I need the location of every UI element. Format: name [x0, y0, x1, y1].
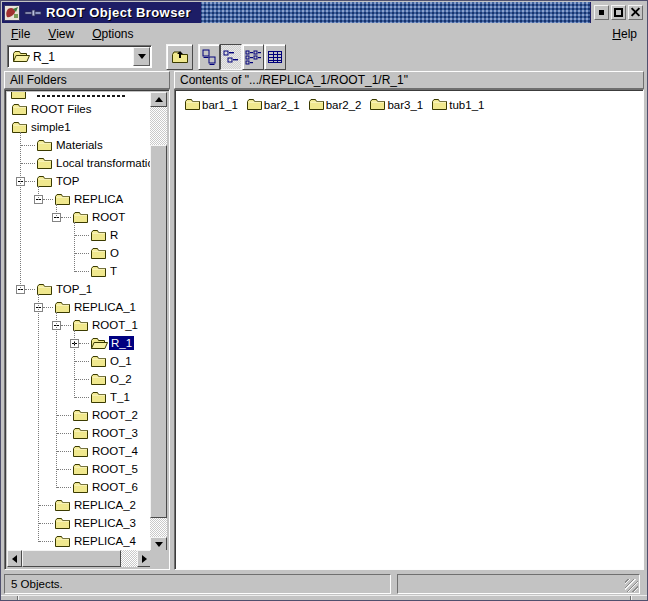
small-icons-button[interactable] — [220, 44, 242, 70]
tree-item-label: TOP_1 — [54, 282, 94, 296]
tree-item-root-6[interactable]: ROOT_6 — [7, 478, 152, 496]
tree-item-label: REPLICA — [72, 192, 125, 206]
large-icons-icon — [201, 49, 217, 65]
all-folders-header: All Folders — [4, 71, 170, 89]
scroll-left-button[interactable] — [7, 550, 22, 567]
tree-item-label: ROOT — [90, 210, 127, 224]
contents-list[interactable]: bar1_1bar2_1bar2_2bar3_1tub1_1 — [177, 92, 641, 567]
up-one-level-icon — [170, 49, 190, 65]
tree-item-root-files[interactable]: ROOT Files — [7, 100, 152, 118]
tree-item-o-2[interactable]: O_2 — [7, 370, 152, 388]
contents-item-label: bar1_1 — [202, 99, 238, 111]
tree-item-t-1[interactable]: T_1 — [7, 388, 152, 406]
combobox-dropdown-button[interactable] — [133, 47, 150, 66]
titlebar-left: ROOT Object Browser — [2, 2, 201, 23]
menubar: File View Options Help — [2, 24, 646, 44]
tree-item-materials[interactable]: Materials — [7, 136, 152, 154]
vscroll-track[interactable] — [150, 107, 167, 537]
folder-icon — [90, 247, 107, 260]
tree-item-label: ROOT Files — [29, 102, 94, 116]
contents-item-label: bar2_2 — [326, 99, 362, 111]
contents-item-bar1_1[interactable]: bar1_1 — [183, 97, 238, 112]
arrow-right-icon — [142, 555, 147, 563]
folder-icon — [369, 98, 386, 111]
tree-item-label: O — [108, 246, 121, 260]
menu-help[interactable]: Help — [612, 27, 637, 41]
arrow-up-icon — [155, 97, 163, 102]
chevron-down-icon — [138, 54, 146, 59]
pin-icon[interactable] — [24, 8, 42, 18]
tree-item-root[interactable]: ROOT — [7, 208, 152, 226]
menu-options[interactable]: Options — [92, 27, 133, 41]
folder-tree[interactable]: ROOT Filessimple1MaterialsLocal transfor… — [7, 92, 152, 552]
tree-item-label: simple1 — [29, 120, 73, 134]
hscroll-thumb[interactable] — [22, 550, 121, 567]
minimize-icon — [599, 10, 604, 15]
tree-item-root-3[interactable]: ROOT_3 — [7, 424, 152, 442]
maximize-button[interactable] — [611, 5, 626, 20]
folder-icon — [72, 445, 89, 458]
clipped-tree-item — [7, 92, 152, 100]
close-button[interactable] — [628, 5, 643, 20]
tree-item-replica-2[interactable]: REPLICA_2 — [7, 496, 152, 514]
hscroll-track[interactable] — [22, 550, 137, 567]
tree-item-label: O_2 — [108, 372, 134, 386]
contents-header: Contents of ".../REPLICA_1/ROOT_1/R_1" — [174, 71, 644, 89]
tree-item-label: ROOT_6 — [90, 480, 140, 494]
contents-item-bar2_1[interactable]: bar2_1 — [245, 97, 300, 112]
list-view-icon — [245, 49, 261, 65]
tree-item-top[interactable]: TOP — [7, 172, 152, 190]
up-one-level-button[interactable] — [166, 44, 193, 70]
tree-item-r[interactable]: R — [7, 226, 152, 244]
contents-item-tub1_1[interactable]: tub1_1 — [430, 97, 484, 112]
titlebar[interactable]: ROOT Object Browser — [2, 2, 646, 23]
details-view-button[interactable] — [264, 44, 286, 70]
menu-view[interactable]: View — [48, 27, 74, 41]
folder-icon — [308, 98, 325, 111]
contents-item-label: tub1_1 — [449, 99, 484, 111]
tree-item-o-1[interactable]: O_1 — [7, 352, 152, 370]
tree-item-root-4[interactable]: ROOT_4 — [7, 442, 152, 460]
window-bottom-frame[interactable] — [1, 595, 647, 600]
tree-item-label: R — [108, 228, 120, 242]
folder-icon — [72, 427, 89, 440]
tree-item-t[interactable]: T — [7, 262, 152, 280]
tree-vertical-scrollbar[interactable] — [150, 92, 167, 552]
open-folder-icon — [12, 50, 30, 63]
folder-icon — [36, 139, 53, 152]
vscroll-thumb[interactable] — [150, 145, 167, 518]
resize-grip[interactable] — [625, 579, 638, 592]
folder-icon — [90, 391, 107, 404]
minimize-button[interactable] — [594, 5, 609, 20]
tree-item-label: O_1 — [108, 354, 134, 368]
tree-item-replica-1[interactable]: REPLICA_1 — [7, 298, 152, 316]
tree-item-label: REPLICA_3 — [72, 516, 138, 530]
tree-item-replica[interactable]: REPLICA — [7, 190, 152, 208]
tree-item-label: ROOT_3 — [90, 426, 140, 440]
tree-item-local-transformations[interactable]: Local transformations — [7, 154, 152, 172]
tree-horizontal-scrollbar[interactable] — [7, 550, 152, 567]
scroll-up-button[interactable] — [150, 92, 167, 107]
folder-icon — [90, 265, 107, 278]
folder-icon — [72, 463, 89, 476]
list-view-button[interactable] — [242, 44, 264, 70]
folder-icon — [90, 229, 107, 242]
tree-item-root-5[interactable]: ROOT_5 — [7, 460, 152, 478]
tree-item-top-1[interactable]: TOP_1 — [7, 280, 152, 298]
toolbar: R_1 — [2, 44, 646, 71]
tree-item-r-1[interactable]: R_1 — [7, 334, 152, 352]
tree-item-replica-4[interactable]: REPLICA_4 — [7, 532, 152, 550]
tree-item-root-1[interactable]: ROOT_1 — [7, 316, 152, 334]
tree-item-simple1[interactable]: simple1 — [7, 118, 152, 136]
tree-item-o[interactable]: O — [7, 244, 152, 262]
tree-item-root-2[interactable]: ROOT_2 — [7, 406, 152, 424]
large-icons-button[interactable] — [198, 44, 220, 70]
folder-combobox[interactable]: R_1 — [7, 45, 152, 68]
contents-item-label: bar2_1 — [264, 99, 300, 111]
titlebar-buttons — [590, 2, 646, 23]
app-icon — [4, 5, 20, 21]
contents-item-bar3_1[interactable]: bar3_1 — [368, 97, 423, 112]
contents-item-bar2_2[interactable]: bar2_2 — [307, 97, 362, 112]
tree-item-replica-3[interactable]: REPLICA_3 — [7, 514, 152, 532]
menu-file[interactable]: File — [11, 27, 30, 41]
